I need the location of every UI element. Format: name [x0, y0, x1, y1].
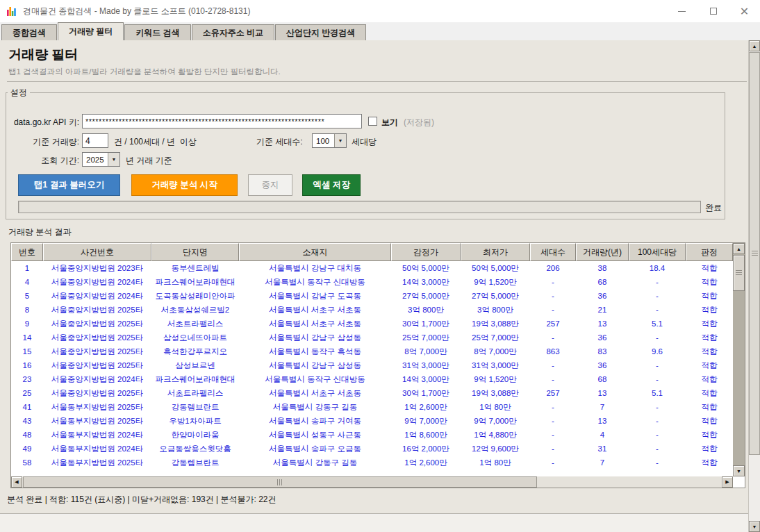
table-row[interactable]: 9서울중앙지방법원 2025타서초트라팰리스서울특별시 서초구 서초동30억 1… — [11, 317, 733, 331]
show-api-key-checkbox[interactable] — [368, 117, 377, 126]
thumb-grip — [752, 251, 758, 256]
table-cell: 36 — [576, 331, 629, 344]
table-row[interactable]: 1서울중앙지방법원 2023타동부센트레빌서울특별시 강남구 대치동50억 5,… — [11, 261, 733, 275]
column-header[interactable]: 거래량(년) — [576, 243, 629, 261]
column-header[interactable]: 최저가 — [461, 243, 530, 261]
tab-strip: 종합검색거래량 필터키워드 검색소유자주소 비교산업단지 반경검색 — [0, 22, 760, 40]
table-cell: 9.6 — [629, 344, 686, 358]
table-cell: 31 — [576, 442, 629, 456]
table-horizontal-scrollbar[interactable]: ◀ ▶ — [11, 476, 733, 488]
table-row[interactable]: 8서울중앙지방법원 2025타서초동삼성쉐르빌2서울특별시 서초구 서초동3억 … — [11, 303, 733, 317]
table-cell: 동부센트레빌 — [151, 261, 239, 275]
tab-3[interactable]: 소유자주소 비교 — [192, 24, 274, 40]
column-header[interactable]: 100세대당 — [629, 243, 686, 261]
stop-button[interactable]: 중지 — [248, 174, 292, 196]
scroll-left-icon[interactable]: ◀ — [11, 476, 22, 488]
table-cell: 서울특별시 강남구 삼성동 — [239, 358, 391, 372]
table-cell: 41 — [11, 400, 43, 414]
table-row[interactable]: 5서울중앙지방법원 2024타도곡동삼성래미안아파서울특별시 강남구 도곡동27… — [11, 289, 733, 303]
scroll-up-icon[interactable]: ▲ — [749, 40, 760, 51]
table-cell: 서울중앙지방법원 2025타 — [43, 303, 151, 317]
table-cell: - — [530, 428, 576, 442]
excel-save-button[interactable]: 엑셀 저장 — [302, 174, 361, 196]
chevron-down-icon[interactable]: ▼ — [108, 153, 119, 166]
table-vertical-scrollbar[interactable]: ▲ ▼ — [733, 243, 745, 476]
table-row[interactable]: 49서울동부지방법원 2024타오금동쌍용스윗닷홈서울특별시 송파구 오금동16… — [11, 442, 733, 456]
vertical-scroll-thumb[interactable] — [733, 255, 745, 291]
table-cell: 서울중앙지방법원 2025타 — [43, 386, 151, 400]
table-cell: 서울특별시 송파구 오금동 — [239, 442, 391, 456]
table-cell: 적합 — [686, 456, 733, 469]
table-cell: 14 — [11, 331, 43, 344]
tab-0[interactable]: 종합검색 — [1, 24, 57, 40]
scroll-up-icon[interactable]: ▲ — [733, 243, 745, 254]
footer-strip — [0, 515, 748, 532]
table-row[interactable]: 16서울중앙지방법원 2025타삼성브르넨서울특별시 강남구 삼성동31억 3,… — [11, 358, 733, 372]
page-scroll-thumb[interactable] — [749, 52, 760, 455]
app-window: 경매물건 종합검색 - Made by 클로드 소프트 (010-2728-81… — [0, 0, 760, 532]
tab-page-volume-filter: 거래량 필터 탭1 검색결과의 아파트/빌라 거래량을 분석하여 활발한 단지만… — [0, 40, 748, 514]
table-row[interactable]: 25서울중앙지방법원 2025타서초트라팰리스서울특별시 서초구 서초동30억 … — [11, 386, 733, 400]
results-table: 번호사건번호단지명소재지감정가최저가세대수거래량(년)100세대당판정 1서울중… — [10, 242, 745, 488]
table-cell: 적합 — [686, 289, 733, 303]
table-cell: 21 — [576, 303, 629, 317]
table-cell: 4 — [11, 275, 43, 289]
scroll-down-icon[interactable]: ▼ — [733, 465, 745, 476]
table-cell: 13 — [576, 386, 629, 400]
settings-legend: 설정 — [8, 87, 30, 99]
load-tab1-results-button[interactable]: 탭1 결과 불러오기 — [18, 174, 120, 196]
table-cell: 5.1 — [629, 317, 686, 331]
table-cell: - — [530, 303, 576, 317]
column-header[interactable]: 단지명 — [151, 243, 239, 261]
table-row[interactable]: 4서울중앙지방법원 2024타파크스퀘어보라매현대서울특별시 동작구 신대방동1… — [11, 275, 733, 289]
table-cell: 8 — [11, 303, 43, 317]
volume-threshold-input[interactable] — [82, 133, 108, 148]
table-cell: 서울특별시 동작구 신대방동 — [239, 372, 391, 386]
table-row[interactable]: 23서울중앙지방법원 2024타파크스퀘어보라매현대서울특별시 동작구 신대방동… — [11, 372, 733, 386]
page-vertical-scrollbar[interactable]: ▲ ▼ — [748, 40, 760, 532]
table-cell: 서울중앙지방법원 2023타 — [43, 261, 151, 275]
column-header[interactable]: 번호 — [11, 243, 43, 261]
table-cell: 삼성브르넨 — [151, 358, 239, 372]
tab-1[interactable]: 거래량 필터 — [58, 22, 124, 40]
table-row[interactable]: 43서울동부지방법원 2025타우방1차아파트서울특별시 송파구 거여동9억 7… — [11, 414, 733, 428]
table-cell: 흑석한강푸르지오 — [151, 344, 239, 358]
maximize-button[interactable] — [697, 0, 729, 22]
household-base-value: 100 — [313, 137, 334, 145]
column-header[interactable]: 사건번호 — [43, 243, 151, 261]
table-cell: - — [629, 275, 686, 289]
table-row[interactable]: 14서울중앙지방법원 2025타삼성오네뜨아파트서울특별시 강남구 삼성동25억… — [11, 331, 733, 344]
show-checkbox-label[interactable]: 보기 — [381, 117, 398, 128]
household-base-combobox[interactable]: 100 ▼ — [312, 133, 347, 148]
period-combobox[interactable]: 2025 ▼ — [82, 152, 120, 167]
table-row[interactable]: 15서울중앙지방법원 2025타흑석한강푸르지오서울특별시 동작구 흑석동8억 … — [11, 344, 733, 358]
close-button[interactable]: ✕ — [729, 0, 760, 22]
column-header[interactable]: 판정 — [686, 243, 733, 261]
separator — [7, 81, 747, 82]
table-cell: 5 — [11, 289, 43, 303]
tab-4[interactable]: 산업단지 반경검색 — [275, 24, 366, 40]
horizontal-scroll-thumb[interactable] — [23, 476, 537, 488]
column-header[interactable]: 감정가 — [391, 243, 461, 261]
column-header[interactable]: 세대수 — [530, 243, 576, 261]
table-cell: 9억 7,000만 — [391, 414, 461, 428]
table-row[interactable]: 41서울동부지방법원 2025타강동렘브란트서울특별시 강동구 길동1억 2,6… — [11, 400, 733, 414]
scroll-down-icon[interactable]: ▼ — [749, 521, 760, 532]
thumb-grip — [736, 270, 742, 276]
tab-2[interactable]: 키워드 검색 — [124, 24, 190, 40]
api-key-input[interactable] — [82, 114, 362, 128]
table-cell: 25억 7,000만 — [461, 331, 530, 344]
table-cell: 우방1차아파트 — [151, 414, 239, 428]
table-row[interactable]: 58서울동부지방법원 2025타강동렘브란트서울특별시 강동구 길동1억 2,6… — [11, 456, 733, 469]
column-header[interactable]: 소재지 — [239, 243, 391, 261]
start-analysis-button[interactable]: 거래량 분석 시작 — [131, 174, 238, 196]
chevron-down-icon[interactable]: ▼ — [334, 134, 346, 147]
table-cell: 206 — [530, 261, 576, 275]
table-row[interactable]: 48서울동부지방법원 2024타한양마이라움서울특별시 성동구 사근동1억 8,… — [11, 428, 733, 442]
table-cell: 서울동부지방법원 2025타 — [43, 400, 151, 414]
table-cell: 1억 2,600만 — [391, 400, 461, 414]
table-cell: 적합 — [686, 442, 733, 456]
scroll-right-icon[interactable]: ▶ — [722, 476, 733, 488]
table-cell: 서울동부지방법원 2025타 — [43, 414, 151, 428]
minimize-button[interactable] — [666, 0, 697, 22]
